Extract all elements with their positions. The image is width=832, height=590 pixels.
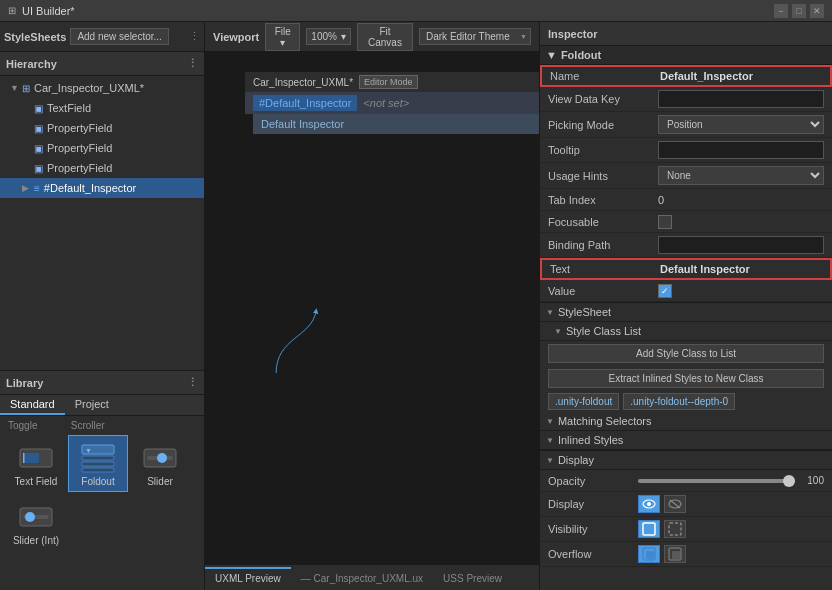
tooltip-label: Tooltip — [548, 144, 658, 156]
hierarchy-item-root[interactable]: ▼ ⊞ Car_Inspector_UXML* — [0, 78, 204, 98]
hierarchy-item-propfield2[interactable]: ▣ PropertyField — [0, 138, 204, 158]
value-checkbox[interactable] — [658, 284, 672, 298]
add-selector-button[interactable]: Add new selector... — [70, 28, 169, 45]
opacity-slider[interactable]: 100 — [638, 475, 824, 486]
inspector-row-text: Text Default Inspector — [540, 258, 832, 280]
canvas-not-set: <not set> — [363, 97, 409, 109]
display-eye-icon[interactable] — [638, 495, 660, 513]
library-item-textfield[interactable]: Text Field — [6, 435, 66, 492]
hierarchy-item-default-inspector[interactable]: ▶ ≡ #Default_Inspector — [0, 178, 204, 198]
matching-selectors-header[interactable]: ▼ Matching Selectors — [540, 412, 832, 431]
binding-path-input[interactable] — [658, 236, 824, 254]
viewport-section: Viewport File ▾ 100% ▾ Fit Canvas Dark E… — [205, 22, 539, 590]
inspector-row-tooltip: Tooltip — [540, 138, 832, 163]
opacity-thumb — [783, 475, 795, 487]
hierarchy-more-icon[interactable]: ⋮ — [187, 57, 198, 70]
stylesheets-section: StyleSheets Add new selector... ⋮ — [0, 22, 204, 52]
inspector-row-name: Name Default_Inspector — [540, 65, 832, 87]
hierarchy-item-default-inspector-label: #Default_Inspector — [44, 182, 136, 194]
zoom-dropdown[interactable]: 100% ▾ — [306, 28, 351, 45]
inspector-row-usage-hints: Usage Hints None — [540, 163, 832, 189]
close-button[interactable]: ✕ — [810, 4, 824, 18]
inlined-styles-header[interactable]: ▼ Inlined Styles — [540, 431, 832, 450]
foldout-section-header[interactable]: ▼ Foldout — [540, 46, 832, 65]
stylesheets-more-icon: ⋮ — [189, 30, 200, 43]
visibility-visible-icon[interactable] — [638, 520, 660, 538]
viewport-canvas: Car_Inspector_UXML* Editor Mode #Default… — [205, 52, 539, 564]
extract-inlined-button[interactable]: Extract Inlined Styles to New Class — [548, 369, 824, 388]
file-button[interactable]: File ▾ — [265, 23, 300, 51]
name-label: Name — [550, 70, 660, 82]
library-more-icon[interactable]: ⋮ — [187, 376, 198, 389]
overflow-hidden-icon[interactable] — [664, 545, 686, 563]
svg-point-16 — [647, 502, 651, 506]
stylesheet-header[interactable]: ▼ StyleSheet — [540, 303, 832, 322]
foldout-lib-label: Foldout — [81, 476, 114, 487]
viewport-label: Viewport — [213, 31, 259, 43]
opacity-value: 100 — [799, 475, 824, 486]
tab-uss-preview[interactable]: USS Preview — [433, 567, 512, 588]
minimize-button[interactable]: − — [774, 4, 788, 18]
overflow-visible-icon[interactable] — [638, 545, 660, 563]
library-item-slider[interactable]: Slider — [130, 435, 190, 492]
style-tag-unity-foldout[interactable]: .unity-foldout — [548, 393, 619, 410]
display-display-label: Display — [548, 498, 638, 510]
inspector-label: Inspector — [548, 28, 598, 40]
name-value[interactable]: Default_Inspector — [660, 70, 822, 82]
maximize-button[interactable]: □ — [792, 4, 806, 18]
inspector-row-tab-index: Tab Index 0 — [540, 189, 832, 211]
hierarchy-item-propfield3-label: PropertyField — [47, 162, 112, 174]
canvas-content: Car_Inspector_UXML* Editor Mode #Default… — [245, 72, 539, 134]
sliderint-lib-label: Slider (Int) — [13, 535, 59, 546]
library-item-foldout[interactable]: ▼ Foldout — [68, 435, 128, 492]
picking-mode-select[interactable]: Position — [658, 115, 824, 134]
window-title: UI Builder* — [22, 5, 75, 17]
stylesheet-section: ▼ StyleSheet ▼ Style Class List Add Styl… — [540, 302, 832, 450]
view-data-key-input[interactable] — [658, 90, 824, 108]
focusable-checkbox[interactable] — [658, 215, 672, 229]
svg-rect-1 — [23, 453, 39, 463]
hierarchy-item-propfield3[interactable]: ▣ PropertyField — [0, 158, 204, 178]
text-value[interactable]: Default Inspector — [660, 263, 822, 275]
theme-select[interactable]: Dark Editor Theme — [419, 28, 531, 45]
visibility-hidden-icon[interactable] — [664, 520, 686, 538]
tab-car-inspector[interactable]: — Car_Inspector_UXML.ux — [291, 567, 433, 588]
display-header[interactable]: ▼ Display — [540, 451, 832, 470]
textfield-icon: ▣ — [34, 103, 43, 114]
tab-uxml-preview[interactable]: UXML Preview — [205, 567, 291, 588]
tab-standard[interactable]: Standard — [0, 395, 65, 415]
style-class-list-header[interactable]: ▼ Style Class List — [540, 322, 832, 341]
inspector-row-binding-path: Binding Path — [540, 233, 832, 258]
inspector-row-focusable: Focusable — [540, 211, 832, 233]
inlined-styles-label: Inlined Styles — [558, 434, 623, 446]
style-class-list-arrow-icon: ▼ — [554, 327, 562, 336]
svg-point-10 — [157, 453, 167, 463]
library-section: Library ⋮ Standard Project Toggle Scroll… — [0, 370, 204, 590]
slider-lib-icon — [140, 440, 180, 476]
tooltip-input[interactable] — [658, 141, 824, 159]
display-row-overflow: Overflow — [540, 542, 832, 567]
library-item-sliderint[interactable]: Slider (Int) — [6, 494, 66, 551]
textfield-lib-label: Text Field — [15, 476, 58, 487]
theme-wrapper: Dark Editor Theme — [419, 28, 531, 45]
fit-canvas-button[interactable]: Fit Canvas — [357, 23, 413, 51]
hierarchy-item-textfield1[interactable]: ▣ TextField — [0, 98, 204, 118]
tab-project[interactable]: Project — [65, 395, 119, 415]
tab-index-value: 0 — [658, 194, 824, 206]
display-hidden-icon[interactable] — [664, 495, 686, 513]
display-arrow-icon: ▼ — [546, 456, 554, 465]
usage-hints-label: Usage Hints — [548, 170, 658, 182]
zoom-arrow-icon: ▾ — [341, 31, 346, 42]
display-row-display: Display — [540, 492, 832, 517]
canvas-filename: Car_Inspector_UXML* — [253, 77, 353, 88]
matching-selectors-label: Matching Selectors — [558, 415, 652, 427]
hierarchy-label: Hierarchy — [6, 58, 57, 70]
style-tag-unity-foldout-depth[interactable]: .unity-foldout--depth-0 — [623, 393, 735, 410]
canvas-selected-item[interactable]: #Default_Inspector — [253, 95, 357, 111]
add-style-class-button[interactable]: Add Style Class to List — [548, 344, 824, 363]
visibility-label: Visibility — [548, 523, 638, 535]
picking-mode-label: Picking Mode — [548, 119, 658, 131]
hierarchy-item-propfield1[interactable]: ▣ PropertyField — [0, 118, 204, 138]
ui-icon: ⊞ — [8, 5, 16, 16]
usage-hints-select[interactable]: None — [658, 166, 824, 185]
